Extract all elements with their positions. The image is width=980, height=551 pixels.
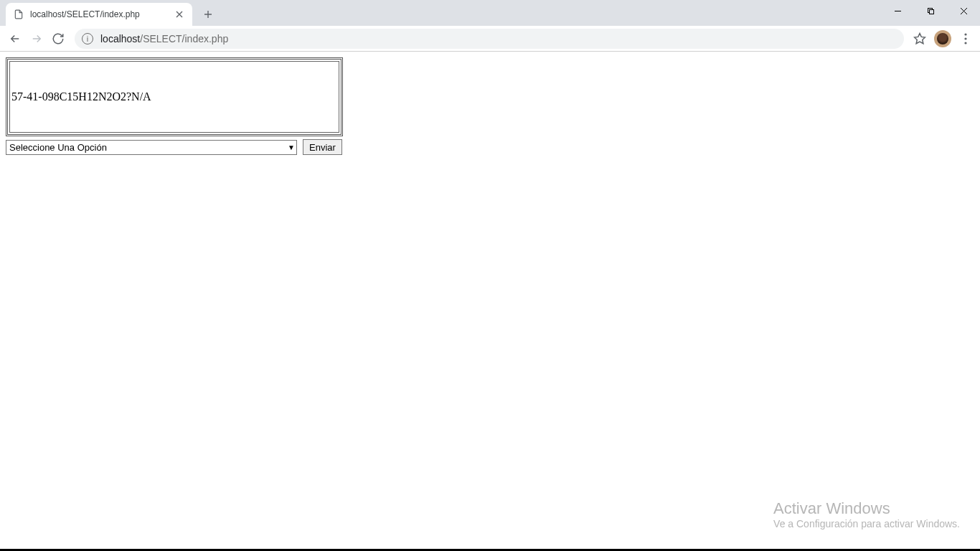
site-info-icon[interactable]: i [82, 33, 93, 44]
windows-activation-watermark: Activar Windows Ve a Configuración para … [773, 499, 960, 529]
option-select[interactable]: Seleccione Una Opción ▼ [6, 140, 297, 155]
result-table: 57-41-098C15H12N2O2?N/A [6, 57, 343, 136]
watermark-title: Activar Windows [773, 499, 960, 518]
select-value: Seleccione Una Opción [9, 142, 107, 153]
submit-button[interactable]: Enviar [303, 139, 342, 155]
svg-point-5 [964, 42, 966, 44]
submit-label: Enviar [309, 142, 336, 153]
back-button[interactable] [5, 29, 25, 49]
page-content: 57-41-098C15H12N2O2?N/A Seleccione Una O… [0, 52, 980, 161]
svg-marker-2 [915, 33, 925, 43]
browser-titlebar: localhost/SELECT/index.php [0, 0, 980, 26]
result-cell: 57-41-098C15H12N2O2?N/A [9, 61, 339, 133]
close-window-button[interactable] [947, 0, 980, 22]
new-tab-button[interactable] [198, 4, 218, 24]
svg-rect-1 [929, 9, 933, 14]
tab-title: localhost/SELECT/index.php [30, 9, 174, 19]
minimize-button[interactable] [881, 0, 914, 22]
svg-point-3 [964, 33, 966, 35]
url-path: /SELECT/index.php [140, 33, 228, 44]
chevron-down-icon: ▼ [288, 143, 295, 151]
reload-button[interactable] [48, 29, 68, 49]
form-row: Seleccione Una Opción ▼ Enviar [6, 139, 974, 155]
profile-avatar[interactable] [934, 30, 951, 47]
svg-point-4 [964, 37, 966, 39]
menu-button[interactable] [956, 29, 976, 49]
forward-button[interactable] [27, 29, 47, 49]
close-icon[interactable] [174, 9, 185, 20]
browser-toolbar: i localhost/SELECT/index.php [0, 26, 980, 52]
bookmark-star-icon[interactable] [910, 29, 930, 49]
address-bar[interactable]: i localhost/SELECT/index.php [75, 29, 904, 49]
window-controls [881, 0, 980, 22]
maximize-button[interactable] [914, 0, 947, 22]
watermark-subtitle: Ve a Configuración para activar Windows. [773, 518, 960, 529]
browser-tab[interactable]: localhost/SELECT/index.php [6, 3, 192, 26]
file-icon [13, 9, 24, 20]
url-host: localhost [100, 33, 140, 44]
